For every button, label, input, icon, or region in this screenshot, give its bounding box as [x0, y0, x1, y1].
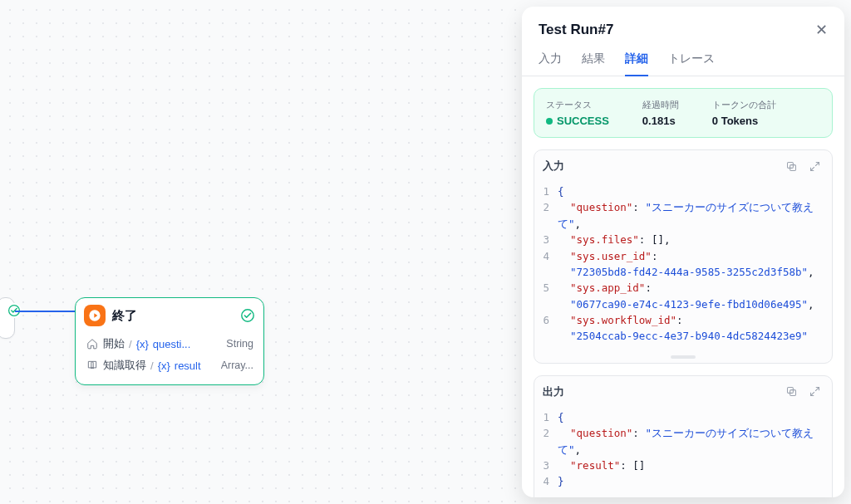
slash-separator: /	[150, 360, 154, 372]
variable-badge: {x}	[136, 338, 149, 350]
check-icon	[240, 308, 255, 323]
status-card: ステータス SUCCESS 経過時間 0.181s トークンの合計 0 Toke…	[534, 88, 833, 138]
variable-name: questi...	[153, 338, 191, 350]
tokens-value: 0 Tokens	[712, 115, 776, 127]
drag-handle[interactable]	[534, 351, 832, 363]
status-label: ステータス	[546, 99, 609, 111]
input-block-title: 入力	[543, 159, 777, 174]
expand-icon[interactable]	[805, 383, 824, 401]
elapsed-label: 経過時間	[642, 99, 679, 111]
copy-icon[interactable]	[782, 157, 800, 175]
workflow-canvas[interactable]: 終了 開始 / {x} questi... String 知識取得 / {x} …	[0, 0, 519, 504]
variable-name: result	[175, 360, 201, 372]
slash-separator: /	[129, 338, 132, 350]
end-node-output-row[interactable]: 開始 / {x} questi... String	[84, 333, 255, 355]
expand-icon[interactable]	[805, 157, 824, 175]
input-code-block: 入力 1{2 "question": "スニーカーのサイズについて教えて",3 …	[534, 149, 833, 364]
panel-tabs: 入力 結果 詳細 トレース	[522, 38, 844, 76]
previous-node-stub[interactable]	[0, 297, 15, 339]
status-dot-icon	[546, 118, 553, 125]
end-node[interactable]: 終了 開始 / {x} questi... String 知識取得 / {x} …	[75, 297, 264, 385]
variable-type: Array...	[221, 360, 253, 371]
source-label: 開始	[103, 336, 125, 351]
tab-input[interactable]: 入力	[539, 51, 562, 76]
tokens-label: トークンの合計	[712, 99, 776, 111]
node-connector	[15, 311, 75, 312]
end-node-output-row[interactable]: 知識取得 / {x} result Array...	[84, 355, 255, 376]
home-icon	[86, 337, 99, 350]
drag-handle[interactable]	[534, 497, 832, 497]
close-icon[interactable]: ✕	[815, 22, 828, 37]
end-node-title: 終了	[112, 308, 234, 324]
variable-type: String	[226, 338, 253, 350]
book-icon	[86, 359, 99, 372]
detail-panel: Test Run#7 ✕ 入力 結果 詳細 トレース ステータス SUCCESS…	[522, 7, 844, 497]
elapsed-value: 0.181s	[642, 115, 679, 127]
output-json-body[interactable]: 1{2 "question": "スニーカーのサイズについて教えて",3 "re…	[534, 408, 832, 497]
tab-trace[interactable]: トレース	[668, 51, 715, 76]
output-code-block: 出力 1{2 "question": "スニーカーのサイズについて教えて",3 …	[534, 375, 833, 497]
tab-detail[interactable]: 詳細	[625, 51, 648, 76]
variable-badge: {x}	[158, 360, 170, 372]
copy-icon[interactable]	[782, 383, 800, 401]
input-json-body[interactable]: 1{2 "question": "スニーカーのサイズについて教えて",3 "sy…	[534, 182, 832, 351]
output-block-title: 出力	[543, 384, 777, 399]
panel-title: Test Run#7	[539, 22, 815, 38]
source-label: 知識取得	[103, 358, 146, 373]
tab-result[interactable]: 結果	[582, 51, 605, 76]
status-value: SUCCESS	[557, 115, 609, 127]
end-node-icon	[84, 305, 106, 326]
